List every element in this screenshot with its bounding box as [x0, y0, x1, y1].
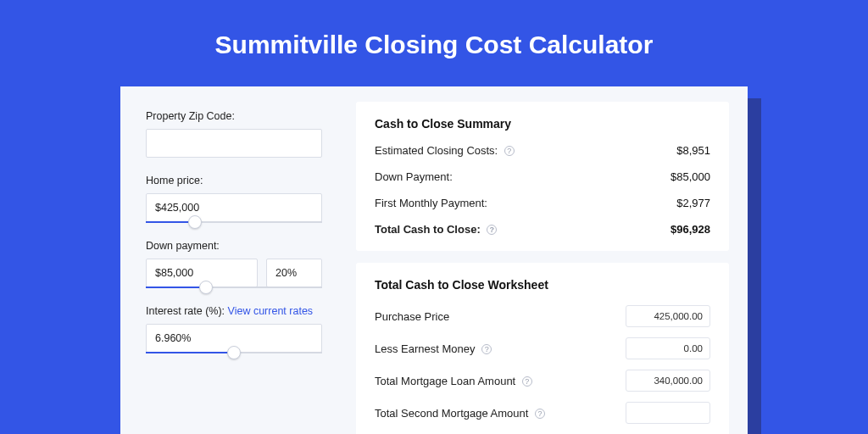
worksheet-row-mortgage-amount: Total Mortgage Loan Amount ? [375, 370, 710, 392]
summary-panel: Cash to Close Summary Estimated Closing … [356, 102, 729, 251]
worksheet-row-label: Less Earnest Money ? [375, 342, 492, 355]
slider-fill [146, 352, 234, 353]
summary-row-down-payment: Down Payment: $85,000 [375, 170, 710, 183]
view-rates-link[interactable]: View current rates [228, 305, 314, 317]
summary-row-label: Down Payment: [375, 170, 453, 183]
summary-total-label-text: Total Cash to Close: [375, 223, 481, 236]
summary-row-closing-costs: Estimated Closing Costs: ? $8,951 [375, 144, 710, 157]
interest-field-group: Interest rate (%): View current rates [146, 305, 322, 353]
worksheet-mortgage-amount-input[interactable] [626, 370, 710, 392]
worksheet-row-purchase-price: Purchase Price [375, 305, 710, 327]
zip-input[interactable] [146, 129, 322, 158]
worksheet-row-label-text: Less Earnest Money [375, 342, 476, 355]
calculator-card: Property Zip Code: Home price: Down paym… [120, 86, 748, 434]
down-payment-label: Down payment: [146, 240, 322, 252]
help-icon[interactable]: ? [522, 376, 532, 387]
worksheet-row-second-mortgage: Total Second Mortgage Amount ? [375, 402, 710, 424]
summary-total-value: $96,928 [670, 223, 710, 236]
worksheet-row-label-text: Total Mortgage Loan Amount [375, 375, 515, 387]
results-column: Cash to Close Summary Estimated Closing … [356, 86, 748, 434]
worksheet-row-label-text: Total Second Mortgage Amount [375, 407, 528, 420]
summary-row-value: $2,977 [676, 197, 710, 209]
interest-slider[interactable] [146, 352, 322, 353]
worksheet-row-earnest-money: Less Earnest Money ? [375, 337, 710, 359]
slider-thumb[interactable] [199, 281, 213, 294]
down-payment-field-group: Down payment: [146, 240, 322, 288]
summary-row-label: First Monthly Payment: [375, 197, 487, 209]
worksheet-second-mortgage-input[interactable] [626, 402, 710, 424]
help-icon[interactable]: ? [504, 146, 515, 156]
page-title: Summitville Closing Cost Calculator [0, 0, 868, 59]
home-price-slider[interactable] [146, 221, 322, 223]
summary-row-label-text: Estimated Closing Costs: [375, 144, 498, 157]
slider-thumb[interactable] [227, 346, 241, 359]
home-price-input[interactable] [146, 193, 322, 222]
summary-row-total: Total Cash to Close: ? $96,928 [375, 223, 710, 236]
worksheet-purchase-price-input[interactable] [626, 305, 710, 327]
home-price-label: Home price: [146, 175, 322, 186]
slider-track [146, 287, 322, 288]
page-root: Summitville Closing Cost Calculator Prop… [0, 0, 868, 434]
zip-field-group: Property Zip Code: [146, 110, 322, 158]
worksheet-title: Total Cash to Close Worksheet [375, 278, 710, 292]
slider-thumb[interactable] [188, 215, 202, 229]
down-payment-percent-input[interactable] [266, 259, 322, 287]
worksheet-row-label: Purchase Price [375, 310, 449, 323]
summary-title: Cash to Close Summary [375, 117, 710, 131]
worksheet-row-label: Total Second Mortgage Amount ? [375, 407, 545, 420]
summary-row-value: $85,000 [670, 170, 710, 183]
slider-track [146, 221, 322, 223]
help-icon[interactable]: ? [481, 344, 492, 354]
slider-fill [146, 287, 206, 288]
worksheet-earnest-money-input[interactable] [626, 337, 710, 359]
down-payment-slider[interactable] [146, 287, 322, 288]
worksheet-panel: Total Cash to Close Worksheet Purchase P… [356, 263, 729, 434]
summary-row-first-payment: First Monthly Payment: $2,977 [375, 197, 710, 209]
summary-total-label: Total Cash to Close: ? [375, 223, 497, 236]
interest-label-text: Interest rate (%): [146, 305, 225, 317]
slider-track [146, 352, 322, 353]
zip-label: Property Zip Code: [146, 110, 322, 122]
interest-label: Interest rate (%): View current rates [146, 305, 322, 317]
help-icon[interactable]: ? [487, 225, 497, 235]
home-price-field-group: Home price: [146, 175, 322, 223]
worksheet-row-label: Total Mortgage Loan Amount ? [375, 375, 532, 387]
help-icon[interactable]: ? [535, 409, 545, 419]
inputs-panel: Property Zip Code: Home price: Down paym… [120, 86, 341, 434]
summary-row-label: Estimated Closing Costs: ? [375, 144, 515, 157]
down-payment-row [146, 259, 322, 287]
summary-row-value: $8,951 [676, 144, 710, 157]
